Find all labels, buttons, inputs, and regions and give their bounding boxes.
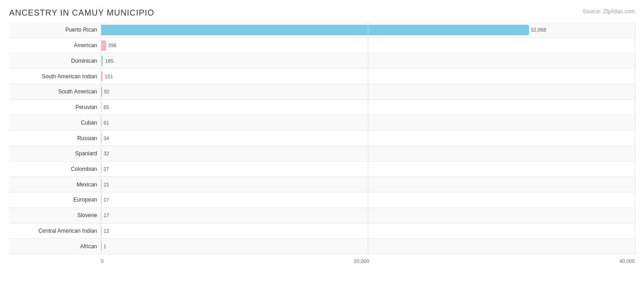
- bar-fill: 92: [101, 87, 102, 97]
- bar-value: 27: [104, 166, 109, 172]
- bar-fill: 1: [101, 241, 102, 251]
- table-row: African1: [9, 239, 635, 254]
- table-row: Cuban61: [9, 115, 635, 131]
- bar-value: 21: [104, 182, 109, 187]
- table-row: Colombian27: [9, 162, 635, 177]
- bar-fill: 151: [101, 71, 103, 82]
- bar-label: Spaniard: [9, 150, 101, 157]
- table-row: American398: [9, 38, 635, 54]
- bar-track: 65: [101, 100, 635, 115]
- bar-label: Cuban: [9, 120, 101, 126]
- table-row: Spaniard32: [9, 146, 635, 162]
- table-row: Puerto Rican32,068: [9, 22, 635, 38]
- table-row: Mexican21: [9, 177, 635, 192]
- bar-label: Peruvian: [9, 104, 101, 110]
- bar-value: 151: [104, 74, 113, 79]
- bar-value: 61: [104, 120, 109, 126]
- x-axis: 020,00040,000: [101, 254, 635, 268]
- bar-label: European: [9, 197, 101, 203]
- table-row: Dominican185: [9, 53, 635, 69]
- bar-label: Mexican: [9, 181, 101, 188]
- x-axis-label: 40,000: [619, 258, 635, 264]
- bar-fill: 27: [101, 164, 102, 175]
- chart-area: Puerto Rican32,068American398Dominican18…: [9, 22, 635, 268]
- bar-fill: 13: [101, 225, 102, 236]
- bar-value: 32,068: [531, 27, 546, 33]
- bar-label: Central American Indian: [9, 228, 101, 234]
- bar-fill: 65: [101, 102, 102, 113]
- chart-container: ANCESTRY IN CAMUY MUNICIPIO Source: ZipA…: [0, 0, 644, 295]
- bar-track: 32: [101, 146, 635, 161]
- bar-value: 398: [108, 43, 116, 48]
- bar-label: Slovene: [9, 212, 101, 219]
- x-axis-label: 20,000: [354, 258, 369, 264]
- bar-fill: 34: [101, 133, 102, 143]
- bar-fill: 17: [101, 210, 102, 221]
- bar-label: Puerto Rican: [9, 27, 101, 33]
- table-row: Slovene17: [9, 208, 635, 224]
- bars-section: Puerto Rican32,068American398Dominican18…: [9, 22, 635, 254]
- bar-fill: 32: [101, 148, 102, 159]
- bar-track: 17: [101, 208, 635, 223]
- source-label: Source: ZipAtlas.com: [583, 8, 635, 15]
- bar-track: 32,068: [101, 22, 635, 38]
- table-row: European17: [9, 192, 635, 208]
- bar-fill: 32,068: [101, 25, 529, 35]
- bar-track: 92: [101, 84, 635, 99]
- bar-value: 1: [104, 244, 106, 249]
- bar-label: American: [9, 42, 101, 49]
- bar-value: 17: [104, 213, 109, 218]
- table-row: South American Indian151: [9, 69, 635, 84]
- bar-track: 61: [101, 115, 635, 130]
- bar-value: 17: [104, 197, 109, 202]
- x-axis-label: 0: [101, 258, 104, 264]
- bar-track: 13: [101, 224, 635, 239]
- table-row: Russian34: [9, 131, 635, 146]
- bar-track: 1: [101, 239, 635, 254]
- bar-track: 398: [101, 38, 635, 53]
- bar-value: 13: [104, 228, 109, 234]
- bar-value: 34: [104, 136, 109, 141]
- bar-track: 17: [101, 192, 635, 208]
- bar-value: 92: [104, 89, 109, 94]
- bar-track: 21: [101, 177, 635, 192]
- table-row: Peruvian65: [9, 100, 635, 115]
- bar-fill: 185: [101, 55, 103, 66]
- bar-fill: 21: [101, 179, 102, 190]
- bar-track: 34: [101, 131, 635, 146]
- table-row: Central American Indian13: [9, 224, 635, 239]
- bar-fill: 398: [101, 40, 106, 51]
- bar-fill: 17: [101, 195, 102, 205]
- bar-label: African: [9, 243, 101, 250]
- bar-label: Dominican: [9, 58, 101, 64]
- bar-value: 65: [104, 104, 109, 110]
- bar-value: 32: [104, 151, 109, 156]
- bar-track: 185: [101, 53, 635, 68]
- bar-label: South American Indian: [9, 73, 101, 80]
- grid-line: [635, 22, 635, 254]
- bar-track: 27: [101, 162, 635, 177]
- bar-label: Colombian: [9, 166, 101, 172]
- bar-track: 151: [101, 69, 635, 84]
- bar-label: Russian: [9, 135, 101, 142]
- chart-title: ANCESTRY IN CAMUY MUNICIPIO: [9, 8, 635, 18]
- table-row: South American92: [9, 84, 635, 100]
- bar-value: 185: [105, 58, 113, 64]
- bar-label: South American: [9, 88, 101, 95]
- bar-fill: 61: [101, 117, 102, 128]
